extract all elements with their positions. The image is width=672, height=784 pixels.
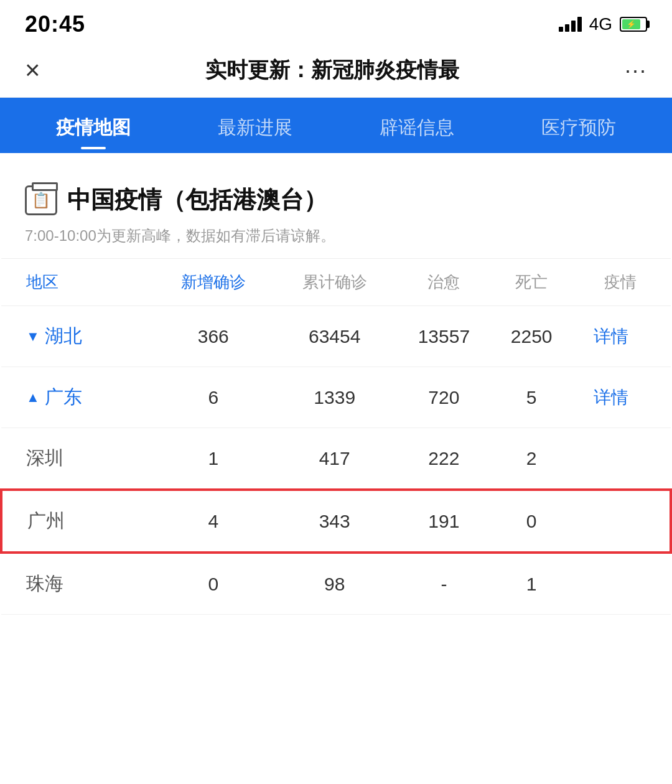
province-name: ▲ 广东: [26, 385, 152, 410]
section-subtitle: 7:00-10:00为更新高峰，数据如有滞后请谅解。: [0, 221, 672, 258]
detail-link[interactable]: 详情: [594, 388, 647, 407]
more-button[interactable]: ···: [625, 57, 647, 83]
deaths-cell: 5: [493, 367, 571, 428]
total-confirmed-cell: 1339: [274, 367, 395, 428]
col-new-confirmed: 新增确诊: [152, 259, 274, 306]
table-header-row: 地区 新增确诊 累计确诊 治愈 死亡 疫情: [1, 259, 671, 306]
deaths-cell: 1: [493, 553, 571, 615]
section-icon: 📋: [25, 185, 57, 215]
deaths-cell: 0: [493, 490, 571, 553]
total-confirmed-cell: 343: [274, 490, 395, 553]
status-icons: 4G ⚡: [559, 14, 647, 34]
province-name: ▼ 湖北: [26, 324, 152, 349]
col-detail: 疫情: [571, 259, 671, 306]
new-confirmed-cell: 1: [152, 428, 274, 490]
col-recovered: 治愈: [395, 259, 492, 306]
new-confirmed-cell: 4: [152, 490, 274, 553]
total-confirmed-cell: 63454: [274, 306, 395, 367]
battery-icon: ⚡: [620, 17, 647, 32]
recovered-cell: -: [395, 553, 492, 615]
main-content: 📋 中国疫情（包括港澳台） 7:00-10:00为更新高峰，数据如有滞后请谅解。…: [0, 153, 672, 615]
signal-icon: [559, 17, 582, 32]
detail-cell: [571, 490, 671, 553]
table-row: 珠海 0 98 - 1: [1, 553, 671, 615]
new-confirmed-cell: 0: [152, 553, 274, 615]
app-header: × 实时更新：新冠肺炎疫情最 ···: [0, 44, 672, 98]
network-label: 4G: [589, 14, 612, 34]
recovered-cell: 13557: [395, 306, 492, 367]
section-header: 📋 中国疫情（包括港澳台）: [0, 178, 672, 221]
detail-cell: [571, 428, 671, 490]
table-row: 广州 4 343 191 0: [1, 490, 671, 553]
data-table: 地区 新增确诊 累计确诊 治愈 死亡 疫情 ▼ 湖北 366 63454 135…: [0, 258, 672, 615]
detail-link[interactable]: 详情: [594, 327, 647, 346]
detail-cell: [571, 553, 671, 615]
tab-bar: 疫情地图 最新进展 辟谣信息 医疗预防: [0, 98, 672, 153]
city-name: 珠海: [1, 553, 152, 615]
tab-latest[interactable]: 最新进展: [174, 98, 336, 153]
recovered-cell: 222: [395, 428, 492, 490]
status-bar: 20:45 4G ⚡: [0, 0, 672, 44]
tab-map[interactable]: 疫情地图: [12, 98, 174, 153]
total-confirmed-cell: 98: [274, 553, 395, 615]
col-total-confirmed: 累计确诊: [274, 259, 395, 306]
close-button[interactable]: ×: [25, 57, 40, 83]
tab-medical[interactable]: 医疗预防: [498, 98, 660, 153]
new-confirmed-cell: 6: [152, 367, 274, 428]
status-time: 20:45: [25, 11, 85, 37]
total-confirmed-cell: 417: [274, 428, 395, 490]
province-arrow: ▲: [26, 390, 40, 406]
recovered-cell: 191: [395, 490, 492, 553]
page-title: 实时更新：新冠肺炎疫情最: [146, 56, 519, 85]
recovered-cell: 720: [395, 367, 492, 428]
new-confirmed-cell: 366: [152, 306, 274, 367]
deaths-cell: 2: [493, 428, 571, 490]
deaths-cell: 2250: [493, 306, 571, 367]
province-arrow: ▼: [26, 329, 40, 345]
col-region: 地区: [1, 259, 152, 306]
tab-rumor[interactable]: 辟谣信息: [336, 98, 498, 153]
table-row: ▼ 湖北 366 63454 13557 2250 详情: [1, 306, 671, 367]
city-name: 广州: [1, 490, 152, 553]
table-row: ▲ 广东 6 1339 720 5 详情: [1, 367, 671, 428]
table-row: 深圳 1 417 222 2: [1, 428, 671, 490]
section-title: 中国疫情（包括港澳台）: [67, 184, 327, 216]
city-name: 深圳: [1, 428, 152, 490]
col-deaths: 死亡: [493, 259, 571, 306]
